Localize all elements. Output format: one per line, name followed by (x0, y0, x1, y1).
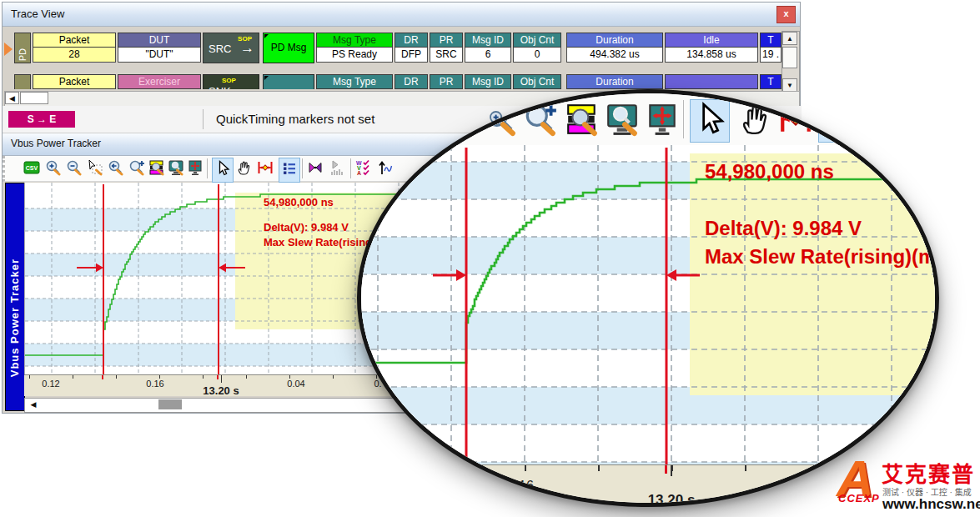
scroll-up-button[interactable]: ▲ (782, 32, 797, 45)
cursor-icon[interactable] (212, 158, 234, 183)
cursor-time-label: 54,980,000 ns (705, 160, 834, 183)
watermark-brand: 艾克赛普 (882, 457, 975, 488)
scroll-left-button[interactable]: ◀ (5, 92, 19, 104)
sop-cell: SOP SNK (203, 74, 259, 89)
msgid-header: Msg ID (465, 33, 511, 48)
packet-group-cell: PD (14, 33, 31, 63)
objcnt-value: 0 (513, 48, 561, 63)
cursor-time-label: 54,980,000 ns (264, 196, 334, 208)
dr-header: DR (395, 33, 428, 48)
pd-msg-cell: PD Msg (263, 33, 314, 63)
zoom-region-icon[interactable] (87, 159, 103, 179)
objcnt-header: Obj Cnt (513, 33, 561, 48)
source-header: Exerciser (118, 74, 201, 89)
axis-label: 0.04 (778, 479, 837, 494)
vbus-sidebar-label: Vbus Power Tracker (8, 258, 21, 377)
hscroll-thumb[interactable] (158, 399, 182, 409)
current-packet-arrow-icon (4, 43, 13, 56)
pd-msg-cell: PD M (263, 74, 314, 89)
msgtype-header: Msg Type (316, 33, 393, 48)
sop-main: SNK (209, 85, 231, 89)
list-icon[interactable] (818, 99, 858, 143)
dr-value: DFP (395, 48, 428, 63)
hand-icon[interactable] (235, 159, 252, 179)
wva-icon[interactable]: WVA (355, 159, 372, 179)
sop-arrow-icon: → (240, 40, 254, 57)
center-cross-icon[interactable] (645, 102, 680, 140)
watermark: A CCEXP 艾克赛普 测试 · 仪器 · 工控 · 集成 www.hncsw… (830, 452, 980, 514)
pr-value: SRC (430, 48, 463, 63)
msgid-value: 6 (465, 48, 511, 63)
duration-value: 494.382 us (566, 48, 663, 63)
hand-icon[interactable] (736, 102, 771, 140)
lens-chart-plot[interactable]: 54,980,000 ns Delta(V): 9.984 V Max Slew… (361, 145, 939, 464)
svg-text:A: A (357, 170, 361, 176)
bowtie-icon[interactable] (307, 159, 324, 179)
zoom-out-icon[interactable] (66, 159, 83, 179)
vbus-title: Vbus Power Tracker (11, 138, 101, 149)
screen-zoom-icon[interactable] (168, 159, 184, 179)
axis-label: 16 (501, 479, 551, 494)
axis-label: 0.16 (138, 379, 172, 389)
axis-label: 13.20 s (196, 384, 246, 396)
objcnt-header: Obj Cnt (513, 74, 561, 89)
dr-header: DR (395, 74, 428, 89)
zoom-plus-icon[interactable] (523, 102, 558, 140)
table-vscrollbar[interactable]: ▲ ▼ (781, 31, 800, 93)
delta-v-label: Delta(V): 9.984 V (264, 221, 349, 233)
t-header: T (760, 74, 781, 89)
delta-v-label: Delta(V): 9.984 V (705, 217, 862, 240)
msgid-header: Msg ID (465, 74, 511, 89)
vbus-sidebar[interactable]: Vbus Power Tracker (5, 183, 25, 411)
screen-zoom-icon[interactable] (605, 102, 640, 140)
quicktiming-status: QuickTiming markers not set (216, 112, 374, 126)
pr-header: PR (430, 74, 463, 89)
pr-header: PR (430, 33, 463, 48)
cursor-icon[interactable] (690, 99, 730, 143)
t-header: T (760, 33, 781, 48)
list-icon[interactable] (279, 158, 300, 183)
palette-icon[interactable] (565, 102, 600, 140)
source-value: "DUT" (118, 48, 201, 63)
marker-span-icon[interactable] (257, 159, 274, 179)
csv-icon[interactable]: CSV (23, 159, 40, 179)
source-header: DUT (118, 33, 201, 48)
scroll-left-button[interactable]: ◀ (27, 399, 40, 410)
window-titlebar[interactable]: Trace View x (3, 3, 800, 27)
t-value: 19 . (760, 48, 781, 63)
zoom-left-icon[interactable] (108, 159, 124, 179)
axis-label: 0.12 (34, 379, 68, 389)
duration-header: Duration (566, 33, 663, 48)
zoom-plus-icon[interactable] (128, 159, 145, 179)
idle-value: 134.858 us (665, 48, 758, 63)
sop-tag: SOP (222, 77, 236, 84)
msgtype-value: PS Ready (316, 48, 393, 63)
signal-up-icon[interactable] (377, 159, 394, 179)
close-button[interactable]: x (776, 6, 796, 23)
packet-header: Packet (33, 74, 116, 89)
scroll-down-button[interactable]: ▼ (782, 78, 797, 92)
msgtype-header: Msg Type (316, 74, 393, 89)
idle-header (665, 74, 758, 89)
packet-group-cell: P (14, 74, 31, 89)
magnifier-lens: 54,980,000 ns Delta(V): 9.984 V Max Slew… (357, 89, 939, 507)
packet-row[interactable]: P Packet Exerciser SOP SNK PD M Msg Type… (3, 74, 781, 89)
svg-text:CSV: CSV (26, 165, 38, 171)
axis-label: 0.04 (279, 379, 313, 389)
watermark-logo-text: CCEXP (838, 492, 880, 504)
center-cross-icon[interactable] (187, 159, 204, 179)
hscroll-thumb[interactable] (20, 92, 48, 104)
histogram-icon[interactable] (329, 159, 345, 179)
vscroll-thumb[interactable] (782, 47, 797, 68)
se-button[interactable]: S → E (8, 111, 75, 128)
sop-cell: SOP SRC → (203, 33, 259, 63)
axis-label: 13.20 s (626, 492, 716, 507)
zoom-in-icon[interactable] (45, 159, 62, 179)
slew-rate-label: Max Slew Rate(rising)(m (705, 245, 936, 269)
sop-main: SRC (209, 43, 231, 55)
window-title: Trace View (11, 8, 64, 20)
idle-header: Idle (665, 33, 758, 48)
watermark-url: www.hncsw.net (882, 496, 980, 513)
packet-header: Packet (33, 33, 116, 48)
palette-icon[interactable] (148, 159, 165, 179)
